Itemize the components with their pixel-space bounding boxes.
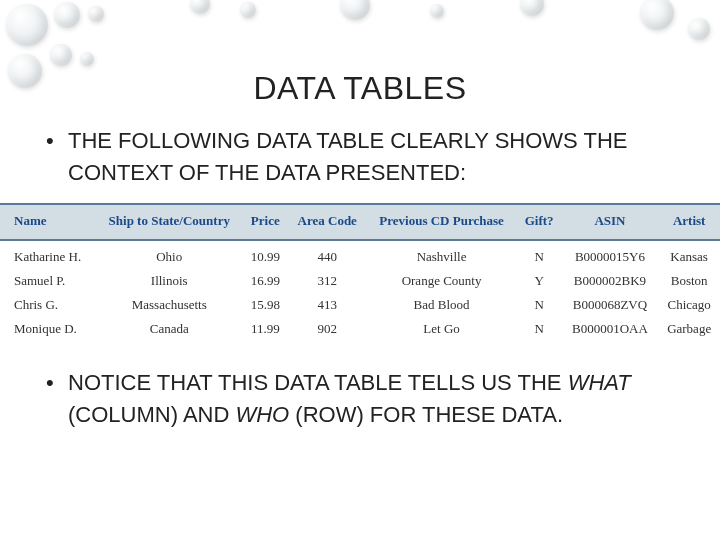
cell-shipto: Illinois <box>96 269 243 293</box>
col-name: Name <box>0 204 96 240</box>
cell-area: 902 <box>288 317 367 341</box>
cell-shipto: Canada <box>96 317 243 341</box>
col-artist: Artist <box>658 204 720 240</box>
cell-price: 16.99 <box>243 269 288 293</box>
col-shipto: Ship to State/Country <box>96 204 243 240</box>
col-prev: Previous CD Purchase <box>366 204 516 240</box>
cell-prev: Orange County <box>366 269 516 293</box>
data-table-container: Name Ship to State/Country Price Area Co… <box>0 203 720 341</box>
cell-prev: Nashville <box>366 240 516 269</box>
cell-shipto: Massachusetts <box>96 293 243 317</box>
notice-who: WHO <box>235 402 289 427</box>
cell-artist: Boston <box>658 269 720 293</box>
cell-artist: Chicago <box>658 293 720 317</box>
cell-gift: N <box>517 317 562 341</box>
table-row: Chris G. Massachusetts 15.98 413 Bad Blo… <box>0 293 720 317</box>
col-area: Area Code <box>288 204 367 240</box>
table-row: Katharine H. Ohio 10.99 440 Nashville N … <box>0 240 720 269</box>
cell-name: Chris G. <box>0 293 96 317</box>
table-row: Monique D. Canada 11.99 902 Let Go N B00… <box>0 317 720 341</box>
cell-price: 10.99 <box>243 240 288 269</box>
col-asin: ASIN <box>562 204 659 240</box>
cell-asin: B000002BK9 <box>562 269 659 293</box>
cell-price: 15.98 <box>243 293 288 317</box>
cell-asin: B000068ZVQ <box>562 293 659 317</box>
cell-asin: B0000015Y6 <box>562 240 659 269</box>
cell-gift: N <box>517 240 562 269</box>
cell-shipto: Ohio <box>96 240 243 269</box>
data-table: Name Ship to State/Country Price Area Co… <box>0 203 720 341</box>
notice-text-mid1: (COLUMN) AND <box>68 402 235 427</box>
cell-prev: Let Go <box>366 317 516 341</box>
cell-area: 312 <box>288 269 367 293</box>
cell-area: 413 <box>288 293 367 317</box>
cell-name: Katharine H. <box>0 240 96 269</box>
cell-prev: Bad Blood <box>366 293 516 317</box>
cell-gift: Y <box>517 269 562 293</box>
cell-asin: B000001OAA <box>562 317 659 341</box>
cell-artist: Kansas <box>658 240 720 269</box>
notice-text-pre: NOTICE THAT THIS DATA TABLE TELLS US THE <box>68 370 568 395</box>
table-row: Samuel P. Illinois 16.99 312 Orange Coun… <box>0 269 720 293</box>
notice-what: WHAT <box>568 370 631 395</box>
table-header-row: Name Ship to State/Country Price Area Co… <box>0 204 720 240</box>
cell-name: Monique D. <box>0 317 96 341</box>
bullet-intro: THE FOLLOWING DATA TABLE CLEARLY SHOWS T… <box>40 125 680 189</box>
col-price: Price <box>243 204 288 240</box>
cell-area: 440 <box>288 240 367 269</box>
slide-title: DATA TABLES <box>40 70 680 107</box>
cell-name: Samuel P. <box>0 269 96 293</box>
cell-price: 11.99 <box>243 317 288 341</box>
cell-artist: Garbage <box>658 317 720 341</box>
cell-gift: N <box>517 293 562 317</box>
bullet-notice: NOTICE THAT THIS DATA TABLE TELLS US THE… <box>40 367 680 431</box>
col-gift: Gift? <box>517 204 562 240</box>
notice-text-mid2: (ROW) FOR THESE DATA. <box>289 402 563 427</box>
